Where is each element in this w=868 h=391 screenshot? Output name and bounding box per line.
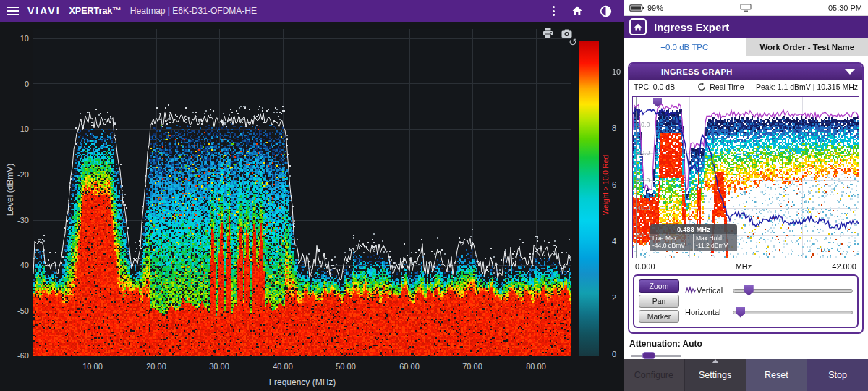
x-tick: 60.00 xyxy=(391,362,427,371)
x-tick: 70.00 xyxy=(454,362,490,371)
graph-status-row: TPC: 0.0 dB Real Time Peak: 1.1 dBmV | 1… xyxy=(629,80,862,94)
y-tick: -50.0 xyxy=(635,232,650,239)
y-tick: -50 xyxy=(1,306,29,315)
y-tick: -20 xyxy=(1,170,29,179)
xpertrak-window: VIAVI XPERTrak™ Heatmap | E6K-D31-OFDMA-… xyxy=(0,0,624,391)
system-tray-icon xyxy=(740,4,752,12)
xpertrak-header: VIAVI XPERTrak™ Heatmap | E6K-D31-OFDMA-… xyxy=(0,0,624,22)
horizontal-zoom-label: Horizontal xyxy=(685,308,733,316)
y-tick: -10 xyxy=(1,125,29,133)
overflow-menu-icon[interactable] xyxy=(553,6,555,16)
colorbar-tick: 6 xyxy=(612,180,622,189)
x-tick: 30.00 xyxy=(201,362,237,371)
tab-tpc[interactable]: +0.0 dB TPC xyxy=(624,38,746,56)
heatmap-colorbar xyxy=(579,41,599,356)
colorbar-tick: 0 xyxy=(612,350,622,358)
home-button[interactable] xyxy=(629,18,647,35)
tpc-readout: TPC: 0.0 dB xyxy=(634,83,675,91)
battery-icon xyxy=(629,3,644,13)
refresh-icon[interactable] xyxy=(697,83,706,91)
attenuation-readout: Attenuation: Auto xyxy=(629,339,702,349)
collapse-chevron-icon[interactable] xyxy=(845,69,855,75)
home-icon xyxy=(633,22,643,32)
colorbar-weight-label: Weight > 10.0 Red xyxy=(602,131,610,240)
y-axis-label: Level (dBmV) xyxy=(5,154,15,226)
marker-live-max: Live Max: -44.0 dBmV xyxy=(650,234,694,251)
colorbar-tick: 2 xyxy=(612,293,622,302)
y-tick: -30.0 xyxy=(635,177,650,184)
colorbar-tick: 8 xyxy=(612,124,622,133)
x-max-label: 42.000 xyxy=(832,262,856,271)
vertical-zoom-slider[interactable] xyxy=(733,289,853,293)
bottom-toolbar: Configure Settings Reset Stop xyxy=(624,359,868,391)
x-tick: 50.00 xyxy=(328,362,364,371)
horizontal-zoom-slider[interactable] xyxy=(733,311,853,314)
pan-button[interactable]: Pan xyxy=(639,295,679,308)
contrast-icon[interactable] xyxy=(600,5,612,17)
y-tick: -60 xyxy=(1,351,29,360)
app-title: Ingress Expert xyxy=(654,21,729,33)
print-button[interactable] xyxy=(542,28,554,39)
colorbar-tick: 10 xyxy=(612,67,622,76)
y-tick: -40.0 xyxy=(635,204,650,211)
reset-button[interactable]: Reset xyxy=(746,359,808,391)
ingress-graph-area: -10.0 -20.0 -30.0 -40.0 -50.0 0.488 MHz … xyxy=(632,96,859,258)
refresh-chart-icon[interactable]: ↺ xyxy=(569,36,577,48)
y-tick: 0 xyxy=(1,80,29,88)
zoom-button[interactable]: Zoom xyxy=(639,279,679,293)
ingress-expert-window: 99% 05:30 PM Ingress Expert +0.0 dB TPC … xyxy=(624,0,868,391)
y-tick: -20.0 xyxy=(635,149,650,156)
mode-label: Real Time xyxy=(710,83,744,91)
home-icon[interactable] xyxy=(571,5,584,17)
x-axis-label: Frequency (MHz) xyxy=(230,377,375,387)
x-tick: 40.00 xyxy=(265,362,301,371)
vertical-zoom-label: Vertical xyxy=(697,286,733,295)
app-header: Ingress Expert xyxy=(624,16,868,38)
vertical-slider-handle[interactable] xyxy=(744,285,754,296)
status-bar: 99% 05:30 PM xyxy=(624,0,868,16)
x-tick: 80.00 xyxy=(518,362,554,371)
marker-max-hold: Max Hold: -11.2 dBmV xyxy=(694,234,737,251)
settings-button[interactable]: Settings xyxy=(685,359,746,391)
tab-bar: +0.0 dB TPC Work Order - Test Name xyxy=(624,38,868,56)
card-title: INGRESS GRAPH xyxy=(661,67,733,76)
x-axis-row: 0.000 MHz 42.000 xyxy=(629,261,862,272)
attenuation-slider-handle[interactable] xyxy=(642,352,655,359)
ingress-graph-card: INGRESS GRAPH TPC: 0.0 dB Real Time Peak… xyxy=(628,62,864,334)
attenuation-slider[interactable] xyxy=(631,355,681,357)
page-title: Heatmap | E6K-D31-OFDMA-HE xyxy=(130,6,257,16)
y-tick: -30 xyxy=(1,216,29,224)
settings-popup-indicator xyxy=(712,359,719,363)
viavi-logo: VIAVI xyxy=(27,5,61,17)
battery-percent: 99% xyxy=(647,4,663,12)
x-tick: 20.00 xyxy=(138,362,174,371)
horizontal-slider-handle[interactable] xyxy=(736,307,745,318)
menu-icon[interactable] xyxy=(7,7,19,15)
marker-frequency: 0.488 MHz xyxy=(650,224,737,234)
configure-button[interactable]: Configure xyxy=(624,359,685,391)
trace-icon xyxy=(685,286,697,295)
spectrum-heatmap-canvas[interactable] xyxy=(33,29,571,356)
stop-button[interactable]: Stop xyxy=(807,359,868,391)
x-min-label: 0.000 xyxy=(635,262,655,271)
product-name: XPERTrak™ xyxy=(69,6,122,16)
peak-readout: Peak: 1.1 dBmV | 10.315 MHz xyxy=(756,83,858,91)
tab-work-order[interactable]: Work Order - Test Name xyxy=(746,38,868,56)
x-tick: 10.00 xyxy=(75,362,111,371)
x-unit-label: MHz xyxy=(736,262,752,271)
y-tick: -10.0 xyxy=(635,121,650,128)
marker-tooltip: 0.488 MHz Live Max: -44.0 dBmV Max Hold:… xyxy=(650,224,737,251)
marker-button[interactable]: Marker xyxy=(639,310,679,323)
ingress-graph-titlebar: INGRESS GRAPH xyxy=(629,64,862,80)
y-tick: -40 xyxy=(1,261,29,269)
clock: 05:30 PM xyxy=(828,4,862,12)
y-tick: 10 xyxy=(1,34,29,43)
graph-controls: Zoom Pan Marker Vertical Horizontal xyxy=(633,274,859,328)
colorbar-tick: 4 xyxy=(612,237,622,245)
